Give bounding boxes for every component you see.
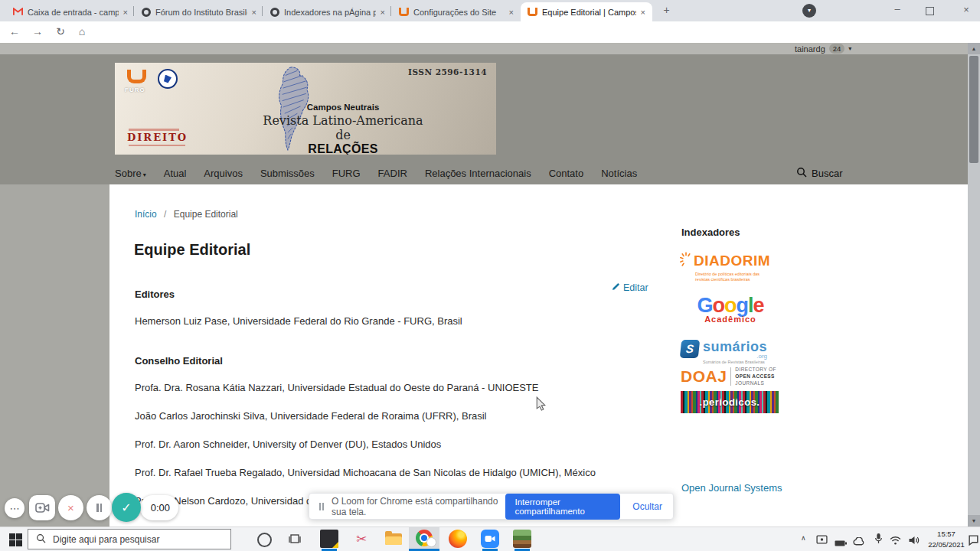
nav-item-arquivos[interactable]: Arquivos <box>204 168 243 179</box>
plants-app-icon[interactable] <box>513 530 531 548</box>
onedrive-cloud-icon[interactable] <box>853 535 866 549</box>
tab-forum[interactable]: Fórum do Instituto Brasileiro de I × <box>135 2 263 21</box>
issn-label: ISSN 2596-1314 <box>408 67 487 77</box>
chevron-down-icon: ▾ <box>848 45 851 52</box>
microphone-icon[interactable] <box>874 533 883 547</box>
sumarios-wordmark: sumários <box>703 340 767 354</box>
furg-logo-label: FURG <box>125 86 145 93</box>
journal-title-mid: Revista Latino-Americana de <box>257 113 429 142</box>
zoom-app-icon[interactable] <box>481 530 499 548</box>
google-scholar-logo[interactable]: Google Acadêmico <box>688 295 773 324</box>
tab-separator <box>133 6 134 16</box>
cortana-button[interactable] <box>257 533 272 547</box>
doaj-line3: JOURNALS <box>735 380 776 387</box>
direito-ornament <box>129 129 179 131</box>
loom-share-bar: O Loom for Chrome está compartilhando su… <box>309 493 674 520</box>
nav-item-noticias[interactable]: Notícias <box>601 168 637 179</box>
sumarios-logo[interactable]: S sumários .org Sumários de Revistas Bra… <box>681 340 767 364</box>
back-icon[interactable]: ← <box>8 25 21 37</box>
loom-more-button[interactable]: ⋯ <box>5 498 24 518</box>
nav-search[interactable]: Buscar <box>796 167 842 180</box>
university-seal-icon <box>158 69 178 89</box>
nav-item-contato[interactable]: Contato <box>549 168 584 179</box>
tab-close-icon[interactable]: × <box>123 8 128 17</box>
sumarios-tagline: Sumários de Revistas Brasileiras <box>703 360 767 364</box>
new-tab-button[interactable]: + <box>660 4 673 17</box>
editor-member: Hemerson Luiz Pase, Universidade Federal… <box>135 315 462 327</box>
file-explorer-icon[interactable] <box>384 530 403 548</box>
board-member: João Carlos Jarochinski Silva, Universid… <box>135 410 487 422</box>
task-view-button[interactable] <box>289 533 301 547</box>
nav-item-relacoes[interactable]: Relações Internacionais <box>425 168 531 179</box>
mouse-cursor <box>536 396 546 414</box>
nav-item-sobre[interactable]: Sobre▾ <box>115 168 146 179</box>
gmail-favicon-icon <box>13 8 23 17</box>
direito-label: DIREITO <box>127 132 188 143</box>
edit-link[interactable]: Editar <box>612 282 648 293</box>
stop-sharing-button[interactable]: Interromper compartilhamento <box>505 494 620 520</box>
notes-app-icon[interactable] <box>320 530 338 548</box>
nav-item-submissoes[interactable]: Submissões <box>260 168 315 179</box>
taskbar-clock[interactable]: 15:57 22/05/2021 <box>923 529 969 551</box>
tab-close-icon[interactable]: × <box>641 8 645 17</box>
diadorim-wordmark: DIADORIM <box>694 253 770 269</box>
loom-pause-button[interactable] <box>87 495 112 520</box>
forward-icon[interactable]: → <box>31 25 44 37</box>
taskbar-search-input[interactable]: Digite aqui para pesquisar <box>28 529 231 549</box>
firefox-icon[interactable] <box>449 530 467 548</box>
battery-icon[interactable] <box>835 536 848 550</box>
furg-logo-icon <box>127 70 146 83</box>
tab-title: Caixa de entrada - camposneutra <box>28 8 119 17</box>
pencil-icon <box>612 282 620 293</box>
tab-site-settings[interactable]: Configurações do Site × <box>392 2 521 21</box>
scrollbar-down-icon[interactable]: ▼ <box>968 515 980 527</box>
browser-tab-strip: Caixa de entrada - camposneutra × Fórum … <box>0 0 980 21</box>
loom-camera-button[interactable] <box>29 495 55 520</box>
loom-finish-button[interactable]: ✓ <box>112 493 141 522</box>
periodicos-wordmark: .periodicos. <box>700 396 760 408</box>
nav-item-furg[interactable]: FURG <box>332 168 361 179</box>
wifi-icon[interactable] <box>890 534 901 548</box>
window-maximize-button[interactable] <box>926 7 934 15</box>
diadorim-logo[interactable]: DIADORIM Diretório de políticas editoria… <box>680 250 784 282</box>
diadorim-tagline: Diretório de políticas editoriais das re… <box>695 272 773 282</box>
ojs-link[interactable]: Open Journal Systems <box>681 482 782 494</box>
search-label: Buscar <box>812 168 842 179</box>
tab-gmail-inbox[interactable]: Caixa de entrada - camposneutra × <box>6 2 135 21</box>
notification-badge: 24 <box>829 44 845 54</box>
tab-equipe-editorial-active[interactable]: Equipe Editorial | Campos Neutra × <box>521 2 652 21</box>
loom-share-message: O Loom for Chrome está compartilhando su… <box>332 496 498 517</box>
tab-title: Indexadores na pÁgina principal <box>284 8 376 17</box>
hide-link[interactable]: Ocultar <box>632 501 662 512</box>
screen-cast-icon[interactable] <box>816 534 828 548</box>
window-minimize-button[interactable]: – <box>890 3 905 15</box>
reload-icon[interactable]: ↻ <box>54 25 67 37</box>
window-close-button[interactable]: × <box>959 4 974 15</box>
tray-show-hidden-icons[interactable]: ∧ <box>801 534 806 542</box>
nav-item-atual[interactable]: Atual <box>164 168 187 179</box>
tab-close-icon[interactable]: × <box>381 8 385 17</box>
pause-icon <box>319 503 324 510</box>
periodicos-logo[interactable]: .periodicos. <box>681 391 779 413</box>
furg-favicon-icon <box>528 8 537 16</box>
speaker-icon[interactable] <box>908 534 920 548</box>
browser-profile-avatar[interactable]: ▾ <box>802 4 816 18</box>
scrollbar-up-icon[interactable]: ▲ <box>968 43 980 54</box>
tab-indexadores[interactable]: Indexadores na pÁgina principal × <box>263 2 392 21</box>
journal-title-small: Campos Neutrais <box>257 103 429 112</box>
user-menu[interactable]: tainardg 24 ▾ <box>795 44 851 54</box>
scrollbar-thumb[interactable] <box>969 56 978 163</box>
chrome-sharing-badge <box>426 537 436 547</box>
tab-close-icon[interactable]: × <box>509 8 514 17</box>
page-title: Equipe Editorial <box>134 241 250 259</box>
action-center-icon[interactable] <box>968 534 979 549</box>
home-icon[interactable]: ⌂ <box>75 25 89 37</box>
windows-start-button[interactable] <box>9 533 22 546</box>
doaj-wordmark: DOAJ <box>681 367 731 386</box>
breadcrumb-home-link[interactable]: Início <box>135 209 157 220</box>
loom-cancel-button[interactable]: × <box>58 495 83 520</box>
scissors-app-icon[interactable]: ✂ <box>352 530 371 548</box>
nav-item-fadir[interactable]: FADIR <box>378 168 407 179</box>
tab-close-icon[interactable]: × <box>252 8 256 17</box>
doaj-logo[interactable]: DOAJ DIRECTORY OF OPEN ACCESS JOURNALS <box>681 367 776 386</box>
